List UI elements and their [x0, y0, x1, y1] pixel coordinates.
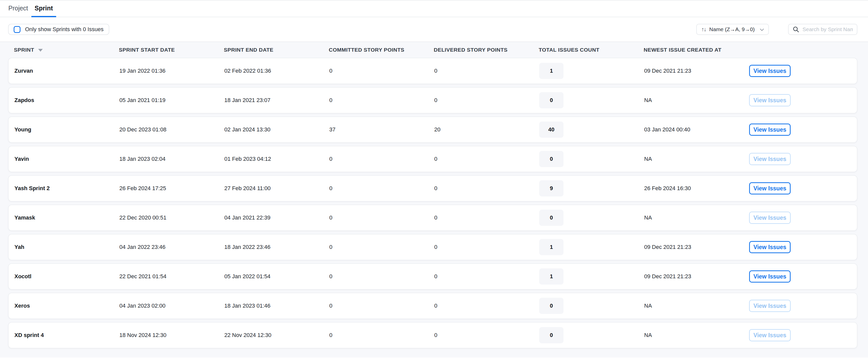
sprint-start-date: 04 Jan 2022 23:46 — [119, 244, 224, 250]
newest-issue-created-at: 09 Dec 2021 21:23 — [644, 244, 749, 250]
sprint-name: Yavin — [14, 156, 119, 162]
sprint-table-section: SPRINT SPRINT START DATE SPRINT END DATE… — [0, 42, 868, 357]
actions-cell: View Issues — [749, 65, 857, 77]
total-issues-count-cell: 0 — [539, 298, 644, 314]
total-issues-badge: 9 — [539, 180, 563, 196]
sprint-end-date: 22 Nov 2024 12:30 — [224, 332, 329, 338]
toolbar: Only show Sprints with 0 Issues ↑↓ Name … — [0, 17, 868, 42]
column-header-sprint-label: SPRINT — [14, 47, 34, 53]
delivered-story-points: 0 — [434, 215, 539, 221]
total-issues-count-cell: 1 — [539, 268, 644, 284]
view-issues-button[interactable]: View Issues — [749, 182, 790, 194]
sprint-start-date: 18 Jan 2023 02:04 — [119, 156, 224, 162]
search-box[interactable] — [788, 24, 857, 35]
sprint-row: Yamask 22 Dec 2020 00:51 04 Jan 2021 22:… — [8, 204, 857, 231]
committed-story-points: 0 — [329, 185, 434, 192]
sprint-end-date: 02 Feb 2022 01:36 — [224, 67, 329, 74]
view-issues-button[interactable]: View Issues — [749, 241, 790, 253]
total-issues-count-cell: 0 — [539, 151, 644, 167]
sprint-start-date: 22 Dec 2020 00:51 — [119, 215, 224, 221]
delivered-story-points: 0 — [434, 244, 539, 250]
sort-dropdown[interactable]: ↑↓ Name (Z→A, 9→0) — [696, 24, 769, 35]
committed-story-points: 0 — [329, 332, 434, 338]
sprint-end-date: 04 Jan 2021 22:39 — [224, 215, 329, 221]
sprint-start-date: 04 Jan 2023 02:00 — [119, 303, 224, 309]
newest-issue-created-at: NA — [644, 215, 749, 221]
total-issues-count-cell: 9 — [539, 180, 644, 196]
actions-cell: View Issues — [749, 182, 857, 194]
actions-cell: View Issues — [749, 153, 857, 165]
sprint-end-date: 18 Jan 2022 23:46 — [224, 244, 329, 250]
committed-story-points: 0 — [329, 273, 434, 280]
sprint-start-date: 26 Feb 2024 17:25 — [119, 185, 224, 192]
delivered-story-points: 0 — [434, 97, 539, 104]
delivered-story-points: 0 — [434, 273, 539, 280]
delivered-story-points: 0 — [434, 332, 539, 338]
sprint-end-date: 18 Jan 2023 01:46 — [224, 303, 329, 309]
committed-story-points: 0 — [329, 244, 434, 250]
column-header-sprint[interactable]: SPRINT — [14, 47, 119, 53]
committed-story-points: 0 — [329, 97, 434, 104]
view-issues-button: View Issues — [749, 300, 790, 312]
sprint-row: Zurvan 19 Jan 2022 01:36 02 Feb 2022 01:… — [8, 58, 857, 84]
newest-issue-created-at: NA — [644, 332, 749, 338]
filter-only-zero-issues[interactable]: Only show Sprints with 0 Issues — [8, 24, 109, 35]
total-issues-badge: 0 — [539, 92, 563, 108]
view-issues-button: View Issues — [749, 153, 790, 165]
column-header-committed-story-points: COMMITTED STORY POINTS — [329, 47, 434, 53]
view-issues-button[interactable]: View Issues — [749, 123, 790, 136]
sort-arrows-icon: ↑↓ — [701, 26, 706, 33]
actions-cell: View Issues — [749, 270, 857, 282]
column-header-sprint-end-date: SPRINT END DATE — [224, 47, 329, 53]
sprint-row: Yavin 18 Jan 2023 02:04 01 Feb 2023 04:1… — [8, 146, 857, 172]
sprint-row: Yash Sprint 2 26 Feb 2024 17:25 27 Feb 2… — [8, 175, 857, 201]
tab-project[interactable]: Project — [5, 1, 31, 17]
actions-cell: View Issues — [749, 300, 857, 312]
total-issues-count-cell: 1 — [539, 239, 644, 255]
total-issues-count-cell: 0 — [539, 327, 644, 343]
delivered-story-points: 0 — [434, 156, 539, 162]
sprint-end-date: 27 Feb 2024 11:00 — [224, 185, 329, 192]
newest-issue-created-at: NA — [644, 97, 749, 104]
sort-desc-triangle-icon — [38, 49, 43, 52]
sprint-row: Zapdos 05 Jan 2021 01:19 18 Jan 2021 23:… — [8, 87, 857, 113]
sprint-row: Xocotl 22 Dec 2021 01:54 05 Jan 2022 01:… — [8, 263, 857, 290]
sprint-name: Yash Sprint 2 — [14, 185, 119, 192]
total-issues-count-cell: 1 — [539, 63, 644, 79]
view-issues-button: View Issues — [749, 94, 790, 106]
view-issues-button[interactable]: View Issues — [749, 65, 790, 77]
actions-cell: View Issues — [749, 123, 857, 136]
sprint-name: Zurvan — [14, 67, 119, 74]
view-issues-button[interactable]: View Issues — [749, 270, 790, 282]
sprint-rows: Zurvan 19 Jan 2022 01:36 02 Feb 2022 01:… — [8, 58, 857, 348]
total-issues-badge: 1 — [539, 268, 563, 284]
sprint-report-page: Project Sprint Only show Sprints with 0 … — [0, 0, 868, 358]
total-issues-badge: 40 — [539, 121, 563, 138]
newest-issue-created-at: 09 Dec 2021 21:23 — [644, 67, 749, 74]
newest-issue-created-at: NA — [644, 156, 749, 162]
total-issues-badge: 0 — [539, 298, 563, 314]
newest-issue-created-at: 09 Dec 2021 21:23 — [644, 273, 749, 280]
sprint-start-date: 18 Nov 2024 12:30 — [119, 332, 224, 338]
toolbar-right: ↑↓ Name (Z→A, 9→0) — [696, 24, 857, 35]
column-header-total-issues-count: TOTAL ISSUES COUNT — [539, 47, 644, 53]
column-header-sprint-start-date: SPRINT START DATE — [119, 47, 224, 53]
search-icon — [793, 26, 799, 33]
committed-story-points: 0 — [329, 67, 434, 74]
sprint-start-date: 20 Dec 2023 01:08 — [119, 126, 224, 133]
tab-sprint[interactable]: Sprint — [31, 1, 56, 17]
total-issues-count-cell: 0 — [539, 210, 644, 226]
chevron-down-icon — [760, 27, 764, 31]
actions-cell: View Issues — [749, 241, 857, 253]
committed-story-points: 0 — [329, 303, 434, 309]
sprint-name: Yamask — [14, 215, 119, 221]
delivered-story-points: 0 — [434, 67, 539, 74]
sprint-end-date: 01 Feb 2023 04:12 — [224, 156, 329, 162]
sprint-name: XD sprint 4 — [14, 332, 119, 338]
table-header: SPRINT SPRINT START DATE SPRINT END DATE… — [8, 42, 857, 58]
filter-checkbox[interactable] — [14, 26, 21, 33]
search-input[interactable] — [803, 26, 853, 32]
sprint-name: Xocotl — [14, 273, 119, 280]
delivered-story-points: 0 — [434, 303, 539, 309]
sprint-end-date: 05 Jan 2022 01:54 — [224, 273, 329, 280]
